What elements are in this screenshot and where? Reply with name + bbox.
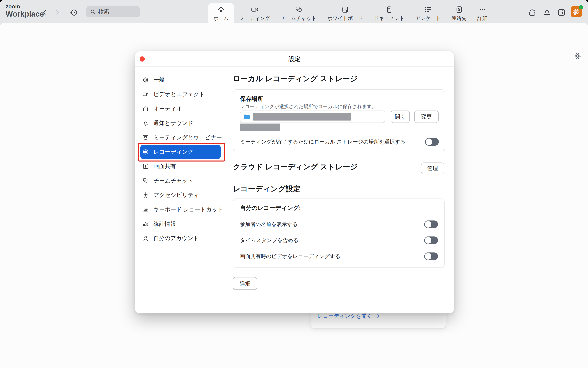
toggle-knob [425, 237, 431, 244]
settings-sidebar: 一般 ビデオとエフェクト オーディオ 通知とサウンド ミーティングとウェビナー … [135, 73, 229, 246]
settings-gear-button[interactable] [574, 52, 582, 60]
presence-indicator [579, 5, 583, 9]
document-icon [385, 6, 393, 14]
chat-icon [142, 177, 149, 184]
tab-surveys[interactable]: アンケート [410, 3, 446, 23]
accessibility-icon [142, 192, 149, 199]
sidebar-item-video-effects[interactable]: ビデオとエフェクト [135, 87, 229, 101]
toggle-knob [426, 138, 432, 145]
show-participant-names-label: 参加者の名前を表示する [240, 221, 298, 228]
local-recording-storage-heading: ローカル レコーディング ストレージ [233, 74, 358, 84]
toggle-knob [425, 221, 431, 228]
tab-docs[interactable]: ドキュメント [368, 3, 410, 23]
toolbar: zoom Workplace 検索 ホーム ミーティング チームチャット ホワイ… [0, 0, 588, 23]
chevron-right-icon [375, 313, 381, 319]
notifications-button[interactable] [542, 8, 552, 17]
tab-whiteboard[interactable]: ホワイトボード [322, 3, 369, 23]
my-recordings-label: 自分のレコーディング: [240, 204, 301, 212]
history-icon [70, 8, 78, 17]
choose-location-label: ミーティングが終了するたびにローカル ストレージの場所を選択する [240, 138, 405, 145]
history-button[interactable] [69, 7, 79, 17]
sidebar-item-team-chat[interactable]: チームチャット [135, 174, 229, 188]
record-icon [142, 148, 149, 155]
avatar-initial: 参 [573, 7, 579, 16]
dialog-header: 設定 [135, 51, 454, 66]
keyboard-icon [142, 206, 149, 213]
sidebar-item-general[interactable]: 一般 [135, 73, 229, 87]
gear-icon [142, 77, 149, 83]
search-icon [90, 9, 96, 15]
include-timestamp-toggle[interactable] [424, 237, 438, 244]
forward-button[interactable] [52, 7, 62, 17]
video-icon [142, 91, 149, 98]
show-participant-names-toggle[interactable] [424, 221, 438, 228]
include-timestamp-label: タイムスタンプを含める [240, 237, 299, 244]
setting-row-include-timestamp: タイムスタンプを含める [240, 236, 438, 244]
tab-more[interactable]: 詳細 [472, 3, 493, 23]
redacted-storage-info [240, 124, 280, 131]
folder-icon [243, 113, 250, 120]
change-button[interactable]: 変更 [414, 110, 439, 123]
toggle-knob [425, 253, 431, 260]
calendar-icon [557, 8, 566, 17]
tab-meetings[interactable]: ミーティング [234, 3, 275, 23]
search-input[interactable]: 検索 [86, 6, 140, 17]
save-location-description: レコーディングが選択された場所でローカルに保存されます。 [240, 103, 377, 110]
sidebar-item-statistics[interactable]: 統計情報 [135, 217, 229, 231]
monitor-grid-icon [142, 134, 149, 141]
sidebar-item-meetings-webinars[interactable]: ミーティングとウェビナー [135, 130, 229, 145]
notifications-icon [542, 8, 552, 17]
redacted-path [253, 113, 351, 120]
share-device-button[interactable] [528, 8, 537, 17]
contacts-icon [455, 6, 463, 14]
recording-settings-heading: レコーディング設定 [233, 184, 300, 194]
sidebar-item-audio[interactable]: オーディオ [135, 101, 229, 116]
cloud-recording-storage-heading: クラウド レコーディング ストレージ [233, 162, 358, 172]
sidebar-item-keyboard-shortcuts[interactable]: キーボード ショートカット [135, 202, 229, 217]
tab-home[interactable]: ホーム [208, 3, 234, 23]
setting-row-record-video-during-share: 画面共有時のビデオをレコーディングする [240, 252, 438, 260]
more-icon [478, 6, 486, 14]
dialog-title: 設定 [135, 51, 454, 66]
search-placeholder: 検索 [98, 8, 109, 15]
logo-line2: Workplace [6, 10, 44, 18]
choose-location-row: ミーティングが終了するたびにローカル ストレージの場所を選択する [240, 138, 439, 146]
details-button[interactable]: 詳細 [233, 277, 257, 290]
zoom-workplace-window: zoom Workplace 検索 ホーム ミーティング チームチャット ホワイ… [0, 0, 588, 368]
record-video-during-share-label: 画面共有時のビデオをレコーディングする [240, 253, 340, 260]
forward-icon [54, 9, 60, 16]
chat-icon [295, 6, 303, 14]
manage-button[interactable]: 管理 [421, 163, 444, 174]
save-location-path-field[interactable] [240, 110, 385, 123]
whiteboard-icon [341, 6, 349, 14]
choose-location-toggle[interactable] [425, 138, 439, 146]
sidebar-item-recording[interactable]: レコーディング [135, 145, 229, 159]
person-icon [142, 235, 149, 242]
home-icon [217, 6, 225, 14]
sidebar-item-screen-share[interactable]: 画面共有 [135, 159, 229, 174]
tab-team-chat[interactable]: チームチャット [275, 3, 322, 23]
save-location-label: 保存場所 [240, 95, 263, 103]
logo-line1: zoom [6, 4, 44, 9]
open-recordings-label: レコーディングを開く [317, 313, 372, 320]
share-device-icon [528, 8, 537, 17]
video-icon [251, 6, 259, 14]
record-video-during-share-toggle[interactable] [424, 252, 438, 260]
stats-icon [142, 221, 149, 227]
bell-icon [142, 120, 149, 127]
main-tab-bar: ホーム ミーティング チームチャット ホワイトボード ドキュメント アンケート … [208, 3, 493, 23]
survey-icon [424, 6, 432, 14]
open-button[interactable]: 開く [391, 110, 410, 123]
settings-gear-icon [574, 52, 582, 60]
sidebar-item-my-account[interactable]: 自分のアカウント [135, 231, 229, 246]
back-icon [42, 9, 48, 16]
setting-row-show-participant-names: 参加者の名前を表示する [240, 220, 438, 228]
screen-share-icon [142, 163, 149, 170]
tab-contacts[interactable]: 連絡先 [446, 3, 472, 23]
sidebar-item-notifications[interactable]: 通知とサウンド [135, 116, 229, 130]
content-area: レコーディングを開く 設定 一般 ビデオとエフェクト オーディオ 通知とサウンド… [0, 23, 588, 368]
back-button[interactable] [40, 7, 50, 17]
calendar-button[interactable] [557, 8, 566, 17]
app-logo: zoom Workplace [6, 4, 44, 18]
sidebar-item-accessibility[interactable]: アクセシビリティ [135, 188, 229, 202]
